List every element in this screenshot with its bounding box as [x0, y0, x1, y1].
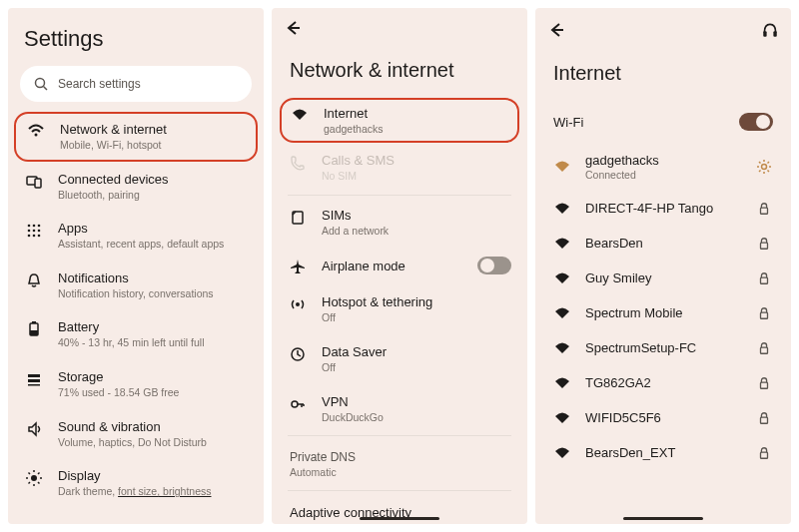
item-storage[interactable]: Storage71% used - 18.54 GB free	[8, 359, 264, 409]
item-calls-sms: Calls & SMSNo SIM	[272, 143, 527, 193]
divider	[288, 435, 511, 436]
back-button[interactable]	[547, 21, 565, 39]
wifi-toggle-row: Wi-Fi	[535, 101, 791, 143]
wifi-toggle[interactable]	[739, 113, 773, 131]
screen-settings: Settings Search settings Network & inter…	[8, 8, 264, 524]
phone-icon	[288, 153, 308, 171]
network-name: DIRECT-4F-HP Tango	[585, 201, 741, 216]
hotspot-icon	[288, 294, 308, 312]
battery-icon	[24, 319, 44, 337]
item-notifications[interactable]: NotificationsNotification history, conve…	[8, 261, 264, 310]
devices-icon	[24, 172, 44, 190]
item-network-internet[interactable]: Network & internet Mobile, Wi-Fi, hotspo…	[14, 112, 258, 162]
network-row[interactable]: TG862GA2	[535, 365, 791, 400]
network-name: SpectrumSetup-FC	[585, 340, 741, 355]
screen-internet: Internet Wi-Fi gadgethacksConnectedDIREC…	[535, 8, 791, 524]
network-name: BearsDen_EXT	[585, 445, 741, 460]
display-icon	[24, 468, 44, 486]
vpn-icon	[288, 394, 308, 412]
item-private-dns[interactable]: Private DNS	[272, 438, 527, 464]
gesture-bar[interactable]	[623, 517, 703, 520]
network-row[interactable]: WIFID5C5F6	[535, 400, 791, 435]
page-title: Settings	[8, 8, 264, 66]
apps-icon	[24, 221, 44, 239]
network-name: BearsDen	[585, 236, 741, 251]
wifi-icon	[553, 237, 571, 251]
network-name: WIFID5C5F6	[585, 410, 741, 425]
wifi-icon	[553, 341, 571, 355]
wifi-icon	[553, 271, 571, 285]
item-data-saver[interactable]: Data SaverOff	[272, 334, 527, 384]
storage-icon	[24, 369, 44, 387]
lock-icon	[755, 446, 773, 460]
network-row[interactable]: Guy Smiley	[535, 261, 791, 295]
network-name: Guy Smiley	[585, 270, 741, 285]
screen-network-internet: Network & internet Internetgadgethacks C…	[272, 8, 527, 524]
network-row[interactable]: Spectrum Mobile	[535, 295, 791, 330]
item-apps[interactable]: AppsAssistant, recent apps, default apps	[8, 211, 264, 261]
airplane-icon	[288, 257, 308, 274]
network-name: gadgethacks	[585, 153, 741, 168]
item-display[interactable]: Display Dark theme, font size, brightnes…	[8, 458, 264, 508]
network-name: TG862GA2	[585, 375, 741, 390]
network-status: Connected	[585, 169, 741, 181]
wifi-icon	[553, 160, 571, 174]
lock-icon	[755, 271, 773, 285]
network-row[interactable]: BearsDen_EXT	[535, 435, 791, 470]
search-icon	[34, 77, 48, 91]
sim-icon	[288, 208, 308, 226]
search-input[interactable]: Search settings	[20, 66, 252, 102]
wifi-icon	[553, 306, 571, 320]
item-airplane-mode[interactable]: Airplane mode	[272, 247, 527, 284]
sound-icon	[24, 419, 44, 437]
divider	[288, 490, 511, 491]
page-title: Internet	[535, 52, 791, 101]
item-vpn[interactable]: VPNDuckDuckGo	[272, 384, 527, 434]
network-row[interactable]: DIRECT-4F-HP Tango	[535, 191, 791, 226]
support-icon[interactable]	[761, 21, 779, 39]
divider	[288, 195, 511, 196]
lock-icon	[755, 237, 773, 251]
lock-icon	[755, 341, 773, 355]
settings-list: Network & internet Mobile, Wi-Fi, hotspo…	[8, 112, 264, 508]
wifi-icon	[553, 202, 571, 216]
topbar	[535, 8, 791, 52]
lock-icon	[755, 202, 773, 216]
wifi-label: Wi-Fi	[553, 115, 583, 130]
lock-icon	[755, 411, 773, 425]
lock-icon	[755, 376, 773, 390]
network-row[interactable]: SpectrumSetup-FC	[535, 330, 791, 365]
gesture-bar[interactable]	[360, 517, 439, 520]
back-button[interactable]	[284, 19, 302, 37]
topbar	[272, 8, 527, 49]
item-sims[interactable]: SIMsAdd a network	[272, 198, 527, 248]
wifi-icon	[553, 446, 571, 460]
search-placeholder: Search settings	[58, 77, 141, 91]
page-title: Network & internet	[272, 49, 527, 98]
item-connected-devices[interactable]: Connected devicesBluetooth, pairing	[8, 162, 264, 212]
item-sound[interactable]: Sound & vibrationVolume, haptics, Do Not…	[8, 409, 264, 459]
item-battery[interactable]: Battery40% - 13 hr, 45 min left until fu…	[8, 309, 264, 359]
network-name: Spectrum Mobile	[585, 305, 741, 320]
network-row[interactable]: gadgethacksConnected	[535, 143, 791, 191]
wifi-icon	[290, 106, 310, 122]
airplane-toggle[interactable]	[477, 257, 511, 274]
item-hotspot[interactable]: Hotspot & tetheringOff	[272, 284, 527, 334]
network-row[interactable]: BearsDen	[535, 226, 791, 261]
data-saver-icon	[288, 344, 308, 362]
wifi-icon	[553, 411, 571, 425]
wifi-icon	[553, 376, 571, 390]
gear-icon[interactable]	[755, 159, 773, 175]
item-internet[interactable]: Internetgadgethacks	[280, 98, 519, 144]
lock-icon	[755, 306, 773, 320]
bell-icon	[24, 270, 44, 288]
network-list: gadgethacksConnectedDIRECT-4F-HP TangoBe…	[535, 143, 791, 470]
wifi-icon	[26, 122, 46, 138]
